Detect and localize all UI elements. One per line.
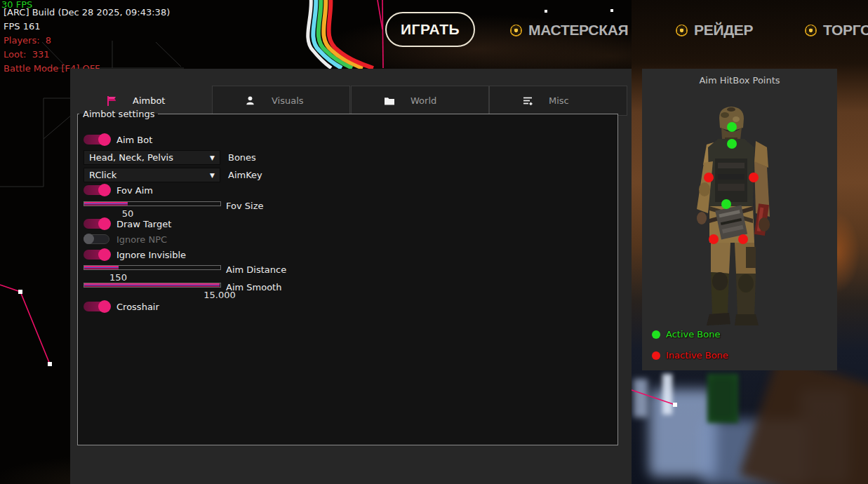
esp-dot xyxy=(610,9,613,12)
flag-icon xyxy=(105,95,117,107)
hitbox-dot-pelvis xyxy=(721,199,731,209)
slider-fill xyxy=(84,202,128,206)
red-dot-icon xyxy=(652,351,660,360)
fps-info: FPS 161 xyxy=(4,21,41,32)
dropdown-value: RClick xyxy=(89,170,116,180)
hitbox-dot-right-arm xyxy=(749,173,759,182)
chevron-down-icon: ▼ xyxy=(210,172,215,179)
coin-icon xyxy=(676,25,688,36)
tab-label: World xyxy=(410,95,436,106)
toggle-switch[interactable] xyxy=(84,302,109,311)
bg-light-slit xyxy=(634,379,648,417)
loot-count: Loot: 331 xyxy=(4,49,49,60)
hitbox-dots-layer xyxy=(642,69,837,370)
person-icon xyxy=(244,95,256,107)
play-button[interactable]: ИГРАТЬ xyxy=(385,12,475,47)
menu-item-label: МАСТЕРСКАЯ xyxy=(528,22,628,39)
slider-fill xyxy=(84,266,119,269)
toggle-switch[interactable] xyxy=(84,135,109,144)
hitbox-dot-left-arm xyxy=(704,173,714,182)
cheat-menu-panel: Aimbot Visuals World xyxy=(70,69,632,484)
coin-icon xyxy=(510,25,522,36)
toggle-label: Aim Bot xyxy=(116,135,152,145)
legend-inactive-bone: Inactive Bone xyxy=(652,350,728,361)
toggle-label: Fov Aim xyxy=(116,185,153,196)
aim-smooth-slider[interactable]: 15.000 xyxy=(84,283,221,288)
hitbox-panel: Aim HitBox Points xyxy=(642,69,837,370)
folder-icon xyxy=(383,95,395,107)
legend-label: Active Bone xyxy=(666,329,720,340)
fov-aim-toggle[interactable]: Fov Aim xyxy=(84,184,153,196)
toggle-switch[interactable] xyxy=(84,250,109,260)
toggle-switch[interactable] xyxy=(84,234,109,244)
bones-dropdown[interactable]: Head, Neck, Pelvis ▼ xyxy=(84,150,220,165)
ignore-invisible-toggle[interactable]: Ignore Invisible xyxy=(84,249,186,260)
fov-size-label: Fov Size xyxy=(226,201,263,211)
build-info: [ARC] Build (Dec 28 2025, 09:43:38) xyxy=(4,7,170,18)
menu-item-label: ТОРГО xyxy=(823,22,868,39)
ignore-npc-toggle[interactable]: Ignore NPC xyxy=(84,234,167,245)
legend-active-bone: Active Bone xyxy=(652,329,720,340)
tab-label: Misc xyxy=(549,95,569,106)
menu-item-label: РЕЙДЕР xyxy=(694,22,753,39)
aimbot-settings-group: Aimbot settings Aim Bot Head, Neck, Pelv… xyxy=(77,109,618,445)
aimkey-label: AimKey xyxy=(228,170,262,180)
fov-size-slider[interactable]: 50 xyxy=(84,201,221,206)
hitbox-dot-neck xyxy=(727,139,737,149)
menu-item-trader[interactable]: ТОРГО xyxy=(805,18,868,42)
crosshair-toggle[interactable]: Crosshair xyxy=(84,301,159,312)
aim-smooth-label: Aim Smooth xyxy=(226,282,281,293)
toggle-label: Draw Target xyxy=(116,219,171,229)
bg-light-slit xyxy=(662,374,672,415)
game-screen: 30 FPS [ARC] Build (Dec 28 2025, 09:43:3… xyxy=(0,0,868,484)
green-dot-icon xyxy=(652,330,660,339)
toggle-label: Ignore Invisible xyxy=(116,250,186,260)
dropdown-value: Head, Neck, Pelvis xyxy=(89,152,173,163)
aim-distance-label: Aim Distance xyxy=(226,264,286,275)
toggle-label: Ignore NPC xyxy=(116,234,167,245)
draw-target-toggle[interactable]: Draw Target xyxy=(84,218,171,229)
coin-icon xyxy=(805,25,817,36)
aim-distance-slider[interactable]: 150 xyxy=(84,265,221,270)
players-count: Players: 8 xyxy=(4,35,51,46)
menu-item-workshop[interactable]: МАСТЕРСКАЯ xyxy=(510,18,628,42)
aimkey-dropdown[interactable]: RClick ▼ xyxy=(84,168,220,182)
slider-value: 150 xyxy=(109,272,127,283)
tab-label: Aimbot xyxy=(133,95,165,106)
slider-fill xyxy=(84,283,220,287)
bg-green-sign xyxy=(707,374,738,423)
sliders-icon xyxy=(521,95,533,107)
menu-item-raider[interactable]: РЕЙДЕР xyxy=(676,18,753,42)
hitbox-dot-right-thigh xyxy=(738,234,748,244)
group-title: Aimbot settings xyxy=(79,109,158,119)
chevron-down-icon: ▼ xyxy=(210,154,215,161)
toggle-label: Crosshair xyxy=(116,302,159,312)
legend-label: Inactive Bone xyxy=(666,350,728,361)
toggle-switch[interactable] xyxy=(84,219,109,229)
esp-dot xyxy=(545,10,547,13)
toggle-switch[interactable] xyxy=(84,185,109,195)
slider-value: 50 xyxy=(122,208,134,219)
tab-label: Visuals xyxy=(272,95,304,106)
hitbox-dot-left-thigh xyxy=(709,234,719,244)
aim-bot-toggle[interactable]: Aim Bot xyxy=(84,134,152,145)
bones-label: Bones xyxy=(228,152,256,163)
hitbox-dot-head xyxy=(727,122,737,132)
